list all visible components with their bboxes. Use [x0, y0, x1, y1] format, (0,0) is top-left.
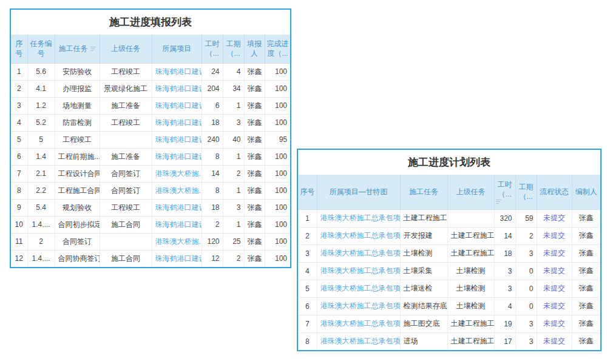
table-cell: 6	[11, 148, 27, 165]
table-cell: 施工准备	[100, 97, 152, 114]
project-link[interactable]: 港珠澳大桥施工总承包项目	[320, 337, 401, 345]
table-cell	[100, 131, 152, 148]
table-cell: 珠海鹤港口建设	[152, 250, 202, 267]
table-cell: 张鑫	[244, 80, 265, 97]
table-cell: 1	[223, 97, 244, 114]
table-cell: 4	[298, 262, 317, 280]
project-link[interactable]: 港珠澳大桥施工总承包项目	[320, 302, 401, 310]
flow-status-link[interactable]: 未提交	[543, 214, 565, 222]
flow-status-link[interactable]: 未提交	[543, 319, 565, 328]
table-cell: 100	[265, 97, 290, 114]
table-cell: 120	[202, 233, 223, 250]
flow-status-link[interactable]: 未提交	[543, 302, 565, 310]
table-cell: 未提交	[537, 315, 572, 332]
project-link[interactable]: 港珠澳大桥施工总承包项目	[320, 319, 401, 328]
table-cell: 张鑫	[244, 131, 265, 148]
project-link[interactable]: 珠海鹤港口建设	[155, 67, 202, 76]
table-cell: 未提交	[537, 332, 572, 350]
table-cell: 张鑫	[572, 227, 600, 244]
table-cell: 规划验收	[55, 199, 100, 216]
table-cell: 2	[298, 227, 317, 244]
project-link[interactable]: 港珠澳大桥施工总承包项目	[320, 214, 401, 222]
column-header-label: 序号	[15, 39, 22, 58]
table-cell: 未提交	[537, 297, 572, 315]
table-cell: 张鑫	[572, 209, 600, 227]
table-cell: 张鑫	[244, 114, 265, 131]
project-link[interactable]: 珠海鹤港口建设	[155, 135, 202, 144]
project-link[interactable]: 珠海鹤港口建设	[155, 220, 202, 229]
project-link[interactable]: 港珠澳大桥施工总承包项目	[320, 231, 401, 240]
table-cell: 3	[494, 262, 515, 280]
project-link[interactable]: 珠海鹤港口建设	[155, 254, 202, 263]
table-row: 112合同签订港珠澳大桥施...12025张鑫100	[11, 233, 290, 250]
project-link[interactable]: 港珠澳大桥施...	[155, 169, 202, 178]
table-cell: 0	[515, 280, 537, 297]
table-cell: 0	[515, 262, 537, 280]
table-cell: 施工合同	[100, 216, 152, 233]
table-cell: 珠海鹤港口建设	[152, 97, 202, 114]
column-header: 所属项目—甘特图	[317, 175, 400, 209]
table-cell: 3	[515, 332, 537, 350]
table-cell: 2	[515, 227, 537, 244]
table-cell: 2	[202, 216, 223, 233]
table-cell: 5	[298, 280, 317, 297]
table-cell: 未提交	[537, 244, 572, 262]
sort-icon[interactable]	[496, 200, 514, 204]
column-header: 编制人	[572, 175, 600, 209]
table-cell: 场地测量	[55, 97, 100, 114]
table-cell: 18	[494, 244, 515, 262]
table-cell: 检测结果存底	[400, 297, 447, 315]
table-cell: 景观绿化施工	[100, 80, 152, 97]
sort-icon[interactable]	[90, 47, 96, 51]
table-cell: 土建工程施工	[447, 332, 494, 350]
column-header-label: 流程状态	[540, 187, 569, 196]
project-link[interactable]: 珠海鹤港口建设	[155, 84, 202, 93]
table-cell: 张鑫	[572, 297, 600, 315]
flow-status-link[interactable]: 未提交	[543, 284, 565, 292]
table-cell: 18	[202, 114, 223, 131]
project-link[interactable]: 港珠澳大桥施工总承包项目	[320, 284, 401, 292]
table-cell: 土建工程施工	[447, 227, 494, 244]
table-cell: 港珠澳大桥施工总承包项目	[317, 262, 400, 280]
project-link[interactable]: 港珠澳大桥施...	[155, 237, 202, 246]
table-cell: 1.4	[27, 148, 55, 165]
column-header[interactable]: 施工任务	[55, 35, 100, 63]
table-cell: 5.6	[27, 63, 55, 80]
column-header: 序号	[298, 175, 317, 209]
table-cell: 10	[11, 216, 27, 233]
table-cell: 张鑫	[244, 97, 265, 114]
progress-report-table-title: 施工进度填报列表	[11, 10, 290, 35]
table-row: 24.1办理报监景观绿化施工珠海鹤港口建设20434张鑫100	[11, 80, 290, 97]
column-header: 流程状态	[537, 175, 572, 209]
table-row: 5港珠澳大桥施工总承包项目土壤送检土壤检测30未提交张鑫	[298, 280, 600, 297]
column-header-label: 工期（...	[519, 183, 534, 201]
flow-status-link[interactable]: 未提交	[543, 249, 565, 257]
table-row: 45.2防雷检测工程竣工珠海鹤港口建设183张鑫100	[11, 114, 290, 131]
table-row: 1港珠澳大桥施工总承包项目土建工程施工32059未提交张鑫	[298, 209, 600, 227]
table-cell: 珠海鹤港口建设	[152, 148, 202, 165]
table-row: 72.1工程设计合同合同签订港珠澳大桥施...142张鑫100	[11, 165, 290, 182]
project-link[interactable]: 港珠澳大桥施...	[155, 186, 202, 195]
flow-status-link[interactable]: 未提交	[543, 266, 565, 275]
column-header-label: 填报人	[247, 39, 262, 58]
project-link[interactable]: 珠海鹤港口建设	[155, 152, 202, 161]
table-cell: 100	[265, 199, 290, 216]
flow-status-link[interactable]: 未提交	[543, 337, 565, 345]
table-cell: 8	[11, 182, 27, 199]
table-cell: 5	[27, 131, 55, 148]
project-link[interactable]: 港珠澳大桥施工总承包项目	[320, 249, 401, 257]
table-row: 15.6安防验收工程竣工珠海鹤港口建设244张鑫100	[11, 63, 290, 80]
table-cell: 土建工程施工	[447, 244, 494, 262]
column-header: 施工任务	[400, 175, 447, 209]
project-link[interactable]: 港珠澳大桥施工总承包项目	[320, 266, 401, 275]
column-header[interactable]: 工时（...	[494, 175, 515, 209]
table-row: 4港珠澳大桥施工总承包项目土壤采集土壤检测30未提交张鑫	[298, 262, 600, 280]
table-cell: 100	[265, 165, 290, 182]
project-link[interactable]: 珠海鹤港口建设	[155, 118, 202, 127]
table-cell: 工程前期施...	[55, 148, 100, 165]
table-cell: 张鑫	[572, 315, 600, 332]
flow-status-link[interactable]: 未提交	[543, 231, 565, 240]
table-cell: 港珠澳大桥施...	[152, 165, 202, 182]
project-link[interactable]: 珠海鹤港口建设	[155, 101, 202, 110]
project-link[interactable]: 珠海鹤港口建设	[155, 203, 202, 212]
